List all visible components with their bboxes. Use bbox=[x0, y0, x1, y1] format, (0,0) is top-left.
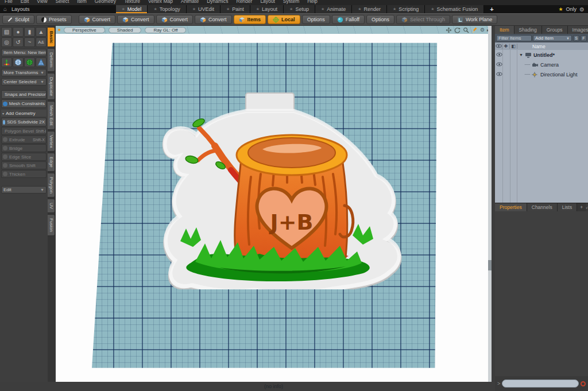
viewport-3d[interactable]: J+B Perspective Shaded Ray GL: Off bbox=[56, 26, 492, 382]
zoom-icon[interactable] bbox=[463, 27, 469, 33]
sculpt-button[interactable]: Sculpt bbox=[2, 15, 34, 24]
add-item-dropdown[interactable]: Add Item▼ bbox=[533, 35, 572, 41]
cube-primitive-button[interactable]: ▧ bbox=[1, 27, 12, 37]
polygon-bevel-button[interactable]: Polygon BevelShift-B bbox=[1, 127, 47, 135]
viewport-tab-raygl[interactable]: Ray GL: Off bbox=[145, 27, 186, 33]
layout-tab-topology[interactable]: ★Topology bbox=[148, 5, 186, 13]
tab-channels[interactable]: Channels bbox=[527, 203, 558, 211]
sds-subdivide-button[interactable]: SDS Subdivide 2X bbox=[1, 118, 47, 126]
pan-icon[interactable] bbox=[446, 27, 452, 33]
items-mode-button[interactable]: Items bbox=[234, 15, 266, 24]
cone-primitive-button[interactable]: ▲ bbox=[36, 27, 47, 37]
work-plane-button[interactable]: Work Plane bbox=[452, 15, 497, 24]
layout-tab-uvedit[interactable]: ★UVEdit bbox=[187, 5, 220, 13]
local-action-center-button[interactable]: Local bbox=[268, 15, 300, 24]
menu-texture[interactable]: Texture bbox=[121, 0, 144, 5]
vtab-uv[interactable]: UV bbox=[48, 199, 55, 213]
command-input[interactable] bbox=[502, 380, 579, 388]
presets-button[interactable]: Presets bbox=[36, 15, 72, 24]
menu-dynamics[interactable]: Dynamics bbox=[203, 0, 231, 5]
menu-edit[interactable]: Edit bbox=[17, 0, 33, 5]
layouts-label[interactable]: Layouts bbox=[11, 5, 30, 13]
home-icon[interactable]: ⌂ bbox=[0, 5, 11, 13]
vtab-polygon[interactable]: Polygon bbox=[48, 173, 55, 198]
favorite-star-icon[interactable]: ★ bbox=[558, 6, 563, 12]
splitter-handle[interactable] bbox=[488, 260, 492, 270]
filter-items-input[interactable] bbox=[496, 35, 532, 41]
cookie-cutter-model[interactable]: J+B bbox=[150, 91, 409, 289]
item-row-camera[interactable]: Camera bbox=[495, 60, 588, 69]
layout-tab-layout[interactable]: ★Layout bbox=[250, 5, 284, 13]
item-row-untitled[interactable]: ▼ Untitled* bbox=[495, 50, 588, 60]
swirl-tool-button[interactable]: ↺ bbox=[13, 37, 24, 47]
layout-tab-animate[interactable]: ★Animate bbox=[315, 5, 352, 13]
bridge-button[interactable]: Bridge bbox=[1, 144, 47, 152]
orbit-icon[interactable] bbox=[454, 27, 461, 33]
layout-tab-schematic-fusion[interactable]: ★Schematic Fusion bbox=[425, 5, 484, 13]
tab-properties[interactable]: Properties bbox=[495, 203, 527, 211]
viewport-tab-perspective[interactable]: Perspective bbox=[64, 27, 105, 33]
layout-tab-paint[interactable]: ★Paint bbox=[220, 5, 250, 13]
cone-grid-tool-button[interactable] bbox=[36, 57, 47, 67]
viewport-tab-shaded[interactable]: Shaded bbox=[109, 27, 142, 33]
menu-select[interactable]: Select bbox=[52, 0, 73, 5]
vtab-deform[interactable]: Deform bbox=[48, 48, 55, 71]
edge-slice-button[interactable]: Edge Slice bbox=[1, 153, 47, 161]
sphere-grid-tool-button[interactable] bbox=[13, 57, 24, 67]
add-geometry-header[interactable]: ▾Add Geometry bbox=[1, 110, 47, 117]
only-toggle[interactable]: Only bbox=[566, 6, 577, 12]
tab-groups[interactable]: Groups bbox=[542, 26, 568, 34]
vtab-mesh-edit[interactable]: Mesh Edit bbox=[48, 101, 55, 130]
draw-style-pen-icon[interactable] bbox=[471, 27, 478, 33]
add-layout-tab-button[interactable]: + bbox=[484, 5, 499, 13]
thicken-button[interactable]: Thicken bbox=[1, 170, 47, 178]
scope-button[interactable]: S bbox=[573, 35, 579, 41]
sphere-primitive-button[interactable]: ● bbox=[13, 27, 24, 37]
menu-animate[interactable]: Animate bbox=[177, 0, 202, 5]
item-menu-dropdown[interactable]: Item Menu: New Item▼ bbox=[1, 49, 47, 56]
smooth-shift-button[interactable]: Smooth Shift bbox=[1, 161, 47, 169]
menu-vertex-map[interactable]: Vertex Map bbox=[145, 0, 176, 5]
center-selected-dropdown[interactable]: Center Selected▼ bbox=[1, 78, 47, 86]
gear-icon[interactable]: ⚙ bbox=[579, 6, 585, 13]
convert-button-3[interactable]: Convert bbox=[156, 15, 194, 24]
menu-item[interactable]: Item bbox=[74, 0, 90, 5]
select-through-button[interactable]: Select Through bbox=[396, 15, 450, 24]
vtab-vertex[interactable]: Vertex bbox=[48, 131, 55, 152]
edit-dropdown[interactable]: Edit▼ bbox=[1, 186, 47, 193]
options-button-2[interactable]: Options bbox=[366, 15, 394, 24]
layout-tab-scripting[interactable]: ★Scripting bbox=[387, 5, 425, 13]
gizmo-tool-button[interactable] bbox=[1, 57, 12, 67]
menu-view[interactable]: View bbox=[33, 0, 51, 5]
vtab-basic[interactable]: Basic bbox=[48, 27, 55, 47]
record-macro-icon[interactable] bbox=[581, 381, 586, 386]
menu-layout[interactable]: Layout bbox=[257, 0, 278, 5]
popout-icon[interactable]: ⤢ bbox=[586, 204, 588, 210]
eye-icon[interactable] bbox=[496, 72, 504, 78]
text-tool-button[interactable]: A& bbox=[36, 37, 47, 47]
falloff-button[interactable]: Falloff bbox=[332, 15, 365, 24]
tab-lists[interactable]: Lists bbox=[558, 203, 577, 211]
layout-tab-render[interactable]: ★Render bbox=[352, 5, 387, 13]
item-row-directional-light[interactable]: Directional Light bbox=[495, 69, 588, 79]
convert-button-2[interactable]: Convert bbox=[117, 15, 154, 24]
menu-file[interactable]: File bbox=[1, 0, 16, 5]
tab-images[interactable]: Images bbox=[568, 26, 588, 34]
expand-triangle-icon[interactable]: ▼ bbox=[519, 53, 523, 57]
vtab-duplicate[interactable]: Duplicate bbox=[48, 73, 55, 100]
torus-primitive-button[interactable]: ◎ bbox=[1, 37, 12, 47]
vtab-edge[interactable]: Edge bbox=[48, 153, 55, 172]
menu-geometry[interactable]: Geometry bbox=[91, 0, 119, 5]
curve-tool-button[interactable]: ~ bbox=[24, 37, 35, 47]
filter-button[interactable]: F bbox=[581, 35, 587, 41]
more-transforms-dropdown[interactable]: More Transforms▼ bbox=[1, 69, 47, 76]
menu-help[interactable]: Help bbox=[304, 0, 320, 5]
layout-tab-model[interactable]: ★Model bbox=[116, 5, 148, 13]
tab-item-list[interactable]: Item ... bbox=[495, 26, 514, 34]
convert-button-4[interactable]: Convert bbox=[195, 15, 232, 24]
extrude-button[interactable]: ExtrudeShift-X bbox=[1, 136, 47, 144]
cylinder-primitive-button[interactable]: ▮ bbox=[24, 27, 35, 37]
snaps-precision-button[interactable]: Snaps and Precision bbox=[1, 90, 47, 99]
menu-system[interactable]: System bbox=[280, 0, 303, 5]
eye-icon[interactable] bbox=[496, 52, 504, 58]
